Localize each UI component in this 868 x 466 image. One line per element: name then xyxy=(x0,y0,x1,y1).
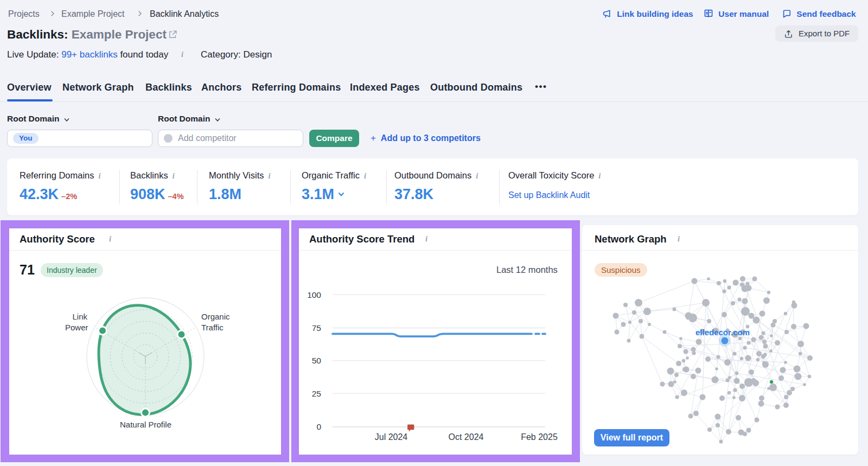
svg-text:50: 50 xyxy=(312,356,322,365)
svg-text:0: 0 xyxy=(316,422,321,431)
svg-text:75: 75 xyxy=(312,323,321,333)
svg-text:Jul 2024: Jul 2024 xyxy=(375,432,408,442)
svg-text:25: 25 xyxy=(312,389,321,398)
svg-text:Oct 2024: Oct 2024 xyxy=(449,432,484,442)
svg-text:100: 100 xyxy=(307,290,321,299)
svg-text:Feb 2025: Feb 2025 xyxy=(521,432,558,442)
